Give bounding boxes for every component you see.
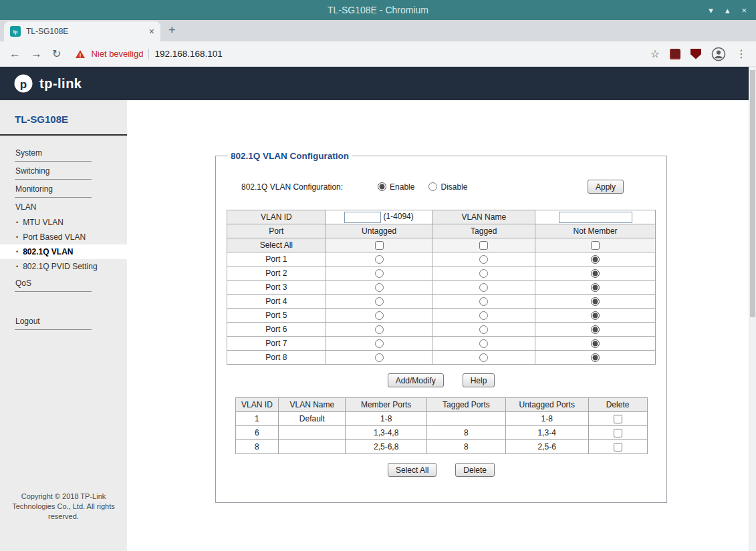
port-4-tagged-radio[interactable] xyxy=(479,297,488,306)
ublock-shield-icon[interactable] xyxy=(690,49,701,59)
vlan-name-cell xyxy=(279,440,346,454)
vlan-list-table: VLAN ID VLAN Name Member Ports Tagged Po… xyxy=(235,397,648,454)
delete-cell xyxy=(588,412,647,426)
forward-button[interactable]: → xyxy=(31,48,42,59)
browser-menu-icon[interactable]: ⋮ xyxy=(736,49,747,59)
help-button[interactable]: Help xyxy=(463,373,495,387)
vlan-name-input[interactable] xyxy=(559,212,632,223)
vlan-8-delete-checkbox[interactable] xyxy=(614,443,622,451)
security-warning-label[interactable]: Niet beveiligd xyxy=(91,49,143,59)
tab-close-icon[interactable]: × xyxy=(149,26,154,37)
select-all-tagged-checkbox[interactable] xyxy=(479,241,488,250)
vlan-id-input[interactable] xyxy=(344,212,381,223)
port-option-cell xyxy=(326,266,432,281)
port-2-not-member-radio[interactable] xyxy=(591,269,600,278)
member-ports-cell: 2,5-6,8 xyxy=(346,440,427,454)
vertical-scrollbar[interactable] xyxy=(749,67,756,551)
sidebar-item-label: System xyxy=(15,148,42,158)
bookmark-star-icon[interactable]: ☆ xyxy=(650,49,660,59)
port-3-untagged-radio[interactable] xyxy=(375,283,384,292)
port-1-not-member-radio[interactable] xyxy=(591,255,600,264)
reload-button[interactable]: ↻ xyxy=(52,49,61,59)
port-label: Port 1 xyxy=(227,252,326,266)
sidebar-item-monitoring[interactable]: Monitoring xyxy=(15,180,92,198)
minimize-icon[interactable]: ▾ xyxy=(709,6,713,15)
port-6-not-member-radio[interactable] xyxy=(591,325,600,334)
vlan-id-row: VLAN ID (1-4094) VLAN Name xyxy=(227,210,656,224)
sidebar-item-802-1q-pvid-setting[interactable]: •802.1Q PVID Setting xyxy=(0,259,127,274)
port-1-untagged-radio[interactable] xyxy=(375,255,384,264)
vlan-name-cell: Default xyxy=(279,412,346,426)
add-modify-button[interactable]: Add/Modify xyxy=(388,373,444,387)
bullet-icon: • xyxy=(16,220,18,226)
sidebar-item-logout[interactable]: Logout xyxy=(15,312,92,330)
bullet-icon: • xyxy=(16,234,18,240)
vlan-id-cell: 6 xyxy=(235,426,279,440)
port-label: Port 2 xyxy=(227,266,326,281)
vlan-name-column-header: VLAN Name xyxy=(279,398,346,412)
disable-radio[interactable] xyxy=(428,182,437,191)
port-option-cell xyxy=(326,295,432,309)
select-all-not-member-checkbox[interactable] xyxy=(591,241,600,250)
select-all-button[interactable]: Select All xyxy=(388,463,436,477)
new-tab-button[interactable]: + xyxy=(168,23,176,37)
enable-radio[interactable] xyxy=(378,182,386,191)
vlan-id-cell: 1 xyxy=(235,412,279,426)
toolbar-right: ☆ ⋮ xyxy=(650,47,747,61)
port-4-not-member-radio[interactable] xyxy=(591,297,600,306)
bullet-icon: • xyxy=(16,264,18,270)
close-icon[interactable]: × xyxy=(741,6,747,15)
port-5-untagged-radio[interactable] xyxy=(375,311,384,320)
tagged-ports-cell: 8 xyxy=(427,426,506,440)
extension-icon[interactable] xyxy=(670,49,680,59)
config-radio-group: Enable Disable xyxy=(378,182,467,192)
panel-title: 802.1Q VLAN Configuration xyxy=(228,151,352,161)
vlan-1-delete-checkbox[interactable] xyxy=(614,415,622,423)
sidebar-item-vlan[interactable]: VLAN xyxy=(15,198,92,215)
port-1-tagged-radio[interactable] xyxy=(479,255,488,264)
maximize-icon[interactable]: ▴ xyxy=(725,6,730,15)
port-7-untagged-radio[interactable] xyxy=(375,339,384,348)
port-7-tagged-radio[interactable] xyxy=(479,339,488,348)
sidebar-item-switching[interactable]: Switching xyxy=(15,162,92,180)
port-7-not-member-radio[interactable] xyxy=(591,339,600,348)
profile-avatar-icon[interactable] xyxy=(711,47,726,61)
tab-bar: tp TL-SG108E × + xyxy=(0,20,756,41)
address-bar[interactable]: ! Niet beveiligd 192.168.168.101 xyxy=(75,49,640,59)
port-5-tagged-radio[interactable] xyxy=(479,311,488,320)
port-6-untagged-radio[interactable] xyxy=(375,325,384,334)
browser-tab[interactable]: tp TL-SG108E × xyxy=(4,21,160,41)
disable-label: Disable xyxy=(440,182,467,192)
back-button[interactable]: ← xyxy=(9,48,21,59)
port-8-not-member-radio[interactable] xyxy=(591,353,600,362)
vlan-name-label: VLAN Name xyxy=(432,210,535,224)
port-option-cell xyxy=(432,337,535,351)
delete-column-header: Delete xyxy=(588,398,647,412)
sidebar-item-802-1q-vlan[interactable]: •802.1Q VLAN xyxy=(0,244,127,259)
vlan-6-delete-checkbox[interactable] xyxy=(614,429,622,437)
sidebar-item-port-based-vlan[interactable]: •Port Based VLAN xyxy=(0,230,127,244)
brand-name: tp-link xyxy=(39,76,82,91)
sidebar-item-qos[interactable]: QoS xyxy=(15,274,92,292)
port-3-tagged-radio[interactable] xyxy=(479,283,488,292)
copyright-text: Copyright © 2018 TP-Link Technologies Co… xyxy=(5,492,122,522)
port-6-tagged-radio[interactable] xyxy=(479,325,488,334)
select-all-untagged-checkbox[interactable] xyxy=(375,241,384,250)
port-8-untagged-radio[interactable] xyxy=(375,353,384,362)
port-8-tagged-radio[interactable] xyxy=(479,353,488,362)
port-column-header: Port xyxy=(227,224,326,238)
port-4-untagged-radio[interactable] xyxy=(375,297,384,306)
vlan-list-header-row: VLAN ID VLAN Name Member Ports Tagged Po… xyxy=(235,398,647,412)
port-option-cell xyxy=(535,281,656,295)
delete-button[interactable]: Delete xyxy=(455,463,495,477)
sidebar-item-system[interactable]: System xyxy=(15,144,92,162)
vlan-id-label: VLAN ID xyxy=(227,210,326,224)
port-2-untagged-radio[interactable] xyxy=(375,269,384,278)
port-2-tagged-radio[interactable] xyxy=(479,269,488,278)
port-5-not-member-radio[interactable] xyxy=(591,311,600,320)
sidebar-item-mtu-vlan[interactable]: •MTU VLAN xyxy=(0,215,127,230)
apply-button[interactable]: Apply xyxy=(588,180,624,194)
port-label: Port 3 xyxy=(227,281,326,295)
port-3-not-member-radio[interactable] xyxy=(591,283,600,292)
scrollbar-thumb[interactable] xyxy=(750,70,755,317)
